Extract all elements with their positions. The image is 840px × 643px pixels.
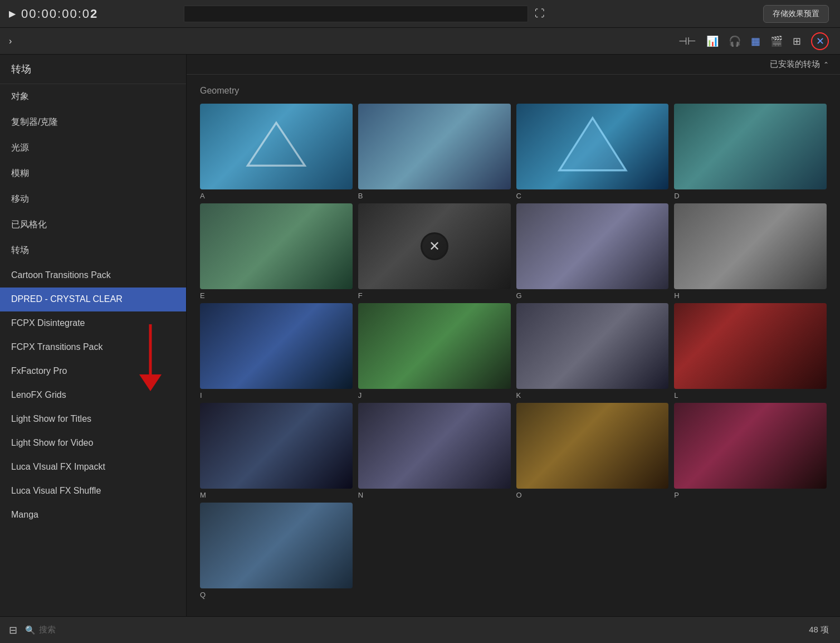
sidebar-item[interactable]: Light Show for Titles (0, 407, 186, 431)
thumbnail-item[interactable]: C (516, 104, 669, 200)
search-placeholder: 搜索 (39, 625, 56, 635)
thumbnail-item[interactable]: O (516, 403, 669, 499)
thumbnail-item[interactable]: Q (200, 503, 353, 599)
grid-icon[interactable]: ⊞ (793, 35, 801, 47)
thumbnail-item[interactable]: L (674, 303, 827, 400)
thumbnail-image[interactable] (516, 403, 669, 489)
thumbnail-image[interactable] (358, 403, 511, 489)
thumbnail-image[interactable] (200, 403, 353, 489)
sidebar-item[interactable]: 复制器/克隆 (0, 110, 186, 135)
thumbnail-row: MNOP (200, 403, 827, 499)
thumbnail-row: E✕FGH (200, 203, 827, 300)
thumbnail-row: ABCD (200, 104, 827, 200)
thumbnail-image[interactable] (674, 403, 827, 489)
dropdown-chevron-icon[interactable]: ⌃ (823, 61, 829, 69)
split-view-icon[interactable]: ⊣⊢ (678, 35, 696, 47)
thumbnail-image[interactable] (516, 303, 669, 389)
thumbnail-label: G (516, 291, 669, 300)
thumbnail-item[interactable]: M (200, 403, 353, 499)
thumbnail-item[interactable]: K (516, 303, 669, 400)
gallery-grid: ABCDE✕FGHIJKLMNOPQ (200, 104, 827, 599)
thumbnail-image[interactable] (516, 203, 669, 289)
content-area: 已安装的转场 ⌃ Geometry ABCDE✕FGHIJKLMNOPQ (187, 55, 840, 616)
sidebar-item[interactable]: Cartoon Transitions Pack (0, 264, 186, 288)
thumbnail-image[interactable] (674, 203, 827, 289)
thumbnail-label: Q (200, 591, 353, 599)
thumbnail-item[interactable]: E (200, 203, 353, 300)
sidebar-item[interactable]: LenoFX Grids (0, 383, 186, 407)
thumbnail-item[interactable]: J (358, 303, 511, 400)
sidebar: 转场 对象复制器/克隆光源模糊移动已风格化转场Cartoon Transitio… (0, 55, 187, 616)
sidebar-item[interactable]: 光源 (0, 135, 186, 161)
sidebar-item[interactable]: FxFactory Pro (0, 359, 186, 383)
thumbnail-image[interactable] (674, 303, 827, 389)
headphones-icon[interactable]: 🎧 (729, 35, 741, 47)
sidebar-item[interactable]: 对象 (0, 84, 186, 110)
search-area: 🔍 搜索 (25, 625, 56, 635)
film-icon[interactable]: 🎬 (770, 35, 783, 47)
sidebar-item[interactable]: FCPX Disintegrate (0, 311, 186, 335)
installed-label: 已安装的转场 (770, 59, 820, 70)
sidebar-item[interactable]: Luca VIsual FX Impackt (0, 455, 186, 479)
thumbnail-image[interactable] (516, 104, 669, 189)
second-toolbar: › ⊣⊢ 📊 🎧 ▦ 🎬 ⊞ ✕ (0, 28, 840, 55)
thumbnail-label: M (200, 491, 353, 499)
thumbnail-item[interactable]: H (674, 203, 827, 300)
thumbnail-label: D (674, 192, 827, 200)
thumbnail-item[interactable]: G (516, 203, 669, 300)
sidebar-item[interactable]: DPRED - CRYSTAL CLEAR (0, 288, 186, 311)
sidebar-item[interactable]: Luca Visual FX Shuffle (0, 479, 186, 503)
timeline-icon[interactable]: ▦ (751, 35, 760, 47)
gallery-scroll[interactable]: Geometry ABCDE✕FGHIJKLMNOPQ (187, 75, 840, 616)
sidebar-item[interactable]: 已风格化 (0, 212, 186, 238)
sidebar-item[interactable]: 移动 (0, 187, 186, 212)
effects-icon[interactable]: ✕ (811, 32, 829, 50)
bottom-bar: ⊟ 🔍 搜索 48 项 (0, 616, 840, 643)
thumbnail-item[interactable]: I (200, 303, 353, 400)
thumbnail-row: IJKL (200, 303, 827, 400)
thumbnail-item[interactable]: D (674, 104, 827, 200)
sidebar-item[interactable]: 转场 (0, 238, 186, 264)
sidebar-list: 对象复制器/克隆光源模糊移动已风格化转场Cartoon Transitions … (0, 84, 186, 616)
thumbnail-image[interactable] (358, 104, 511, 189)
thumbnail-image[interactable] (200, 203, 353, 289)
thumbnail-label: I (200, 391, 353, 400)
thumbnail-row: Q (200, 503, 827, 599)
thumbnail-label: P (674, 491, 827, 499)
thumbnail-item[interactable]: A (200, 104, 353, 200)
thumbnail-item[interactable]: ✕F (358, 203, 511, 300)
sidebar-item[interactable]: 模糊 (0, 161, 186, 187)
svg-marker-1 (248, 123, 305, 165)
thumbnail-item[interactable]: N (358, 403, 511, 499)
sidebar-item[interactable]: Manga (0, 503, 186, 527)
svg-marker-2 (559, 118, 626, 171)
thumbnail-label: H (674, 291, 827, 300)
main-area: 转场 对象复制器/克隆光源模糊移动已风格化转场Cartoon Transitio… (0, 55, 840, 616)
thumbnail-image[interactable] (358, 303, 511, 389)
timeline-strip[interactable] (184, 6, 528, 22)
sidebar-item[interactable]: FCPX Transitions Pack (0, 335, 186, 359)
content-header: 已安装的转场 ⌃ (187, 55, 840, 75)
thumbnail-image[interactable] (200, 104, 353, 189)
thumbnail-label: F (358, 291, 511, 300)
thumbnail-label: J (358, 391, 511, 400)
library-icon[interactable]: ⊟ (9, 624, 17, 636)
play-button[interactable]: ▶ (9, 8, 16, 19)
thumbnail-label: A (200, 192, 353, 200)
expand-button[interactable]: ⛶ (535, 8, 545, 20)
playback-controls: ▶ 00:00:00:02 (9, 7, 98, 21)
thumbnail-image[interactable] (200, 303, 353, 389)
thumbnail-item[interactable]: P (674, 403, 827, 499)
thumbnail-item[interactable]: B (358, 104, 511, 200)
waveform-icon[interactable]: 📊 (706, 35, 719, 47)
thumbnail-label: O (516, 491, 669, 499)
thumbnail-label: K (516, 391, 669, 400)
thumbnail-image[interactable]: ✕ (358, 203, 511, 289)
chevron-button[interactable]: › (9, 36, 12, 46)
sidebar-item[interactable]: Light Show for Video (0, 431, 186, 455)
thumbnail-label: C (516, 192, 669, 200)
section-title: Geometry (200, 86, 827, 96)
thumbnail-image[interactable] (674, 104, 827, 189)
save-preset-button[interactable]: 存储效果预置 (763, 5, 829, 23)
thumbnail-image[interactable] (200, 503, 353, 588)
